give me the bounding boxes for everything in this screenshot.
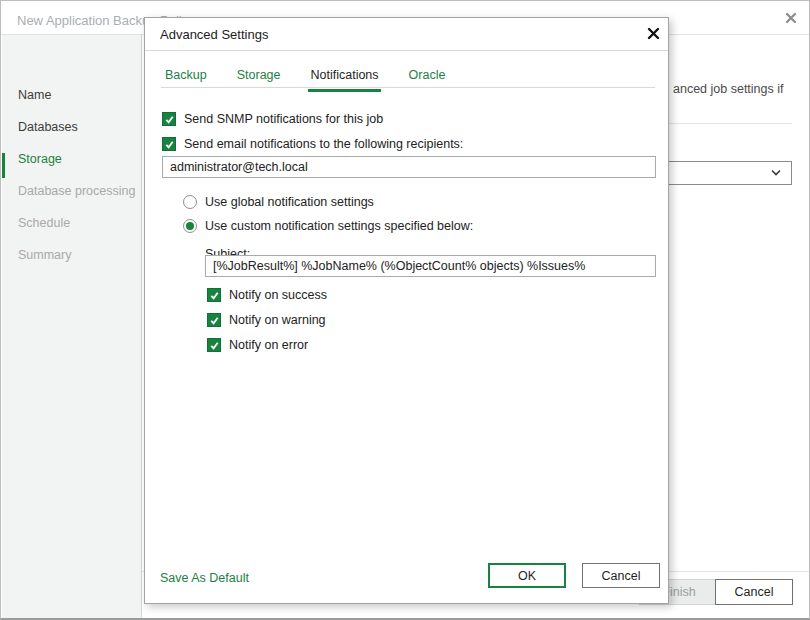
radio-selected-icon: [183, 219, 197, 233]
dialog-cancel-button[interactable]: Cancel: [582, 563, 660, 588]
sidebar-item-schedule[interactable]: Schedule: [2, 211, 141, 235]
save-as-default-link[interactable]: Save As Default: [160, 571, 249, 585]
wizard-cancel-button[interactable]: Cancel: [715, 579, 793, 605]
dialog-title-divider: [145, 50, 668, 51]
tab-storage[interactable]: Storage: [235, 68, 283, 92]
dialog-title: Advanced Settings: [160, 27, 268, 42]
checkbox-checked-icon: [207, 288, 221, 302]
sidebar-item-database-processing[interactable]: Database processing: [2, 179, 141, 203]
dialog-tabs: Backup Storage Notifications Oracle: [163, 68, 447, 92]
snmp-notifications-checkbox[interactable]: Send SNMP notifications for this job: [162, 112, 383, 126]
notify-error-label: Notify on error: [229, 338, 308, 352]
subject-input[interactable]: [205, 255, 656, 277]
page-description-fragment: anced job settings if: [673, 82, 784, 96]
radio-custom-settings[interactable]: Use custom notification settings specifi…: [183, 219, 473, 233]
checkbox-checked-icon: [162, 137, 176, 151]
tab-backup[interactable]: Backup: [163, 68, 209, 92]
sidebar-item-databases[interactable]: Databases: [2, 115, 141, 139]
radio-global-settings[interactable]: Use global notification settings: [183, 195, 374, 209]
notify-warning-label: Notify on warning: [229, 313, 326, 327]
checkbox-checked-icon: [207, 338, 221, 352]
tab-notifications[interactable]: Notifications: [308, 68, 380, 92]
app-window: New Application Backup Policy Name Datab…: [0, 0, 810, 620]
notify-on-warning-checkbox[interactable]: Notify on warning: [207, 313, 326, 327]
radio-unselected-icon: [183, 195, 197, 209]
ok-button[interactable]: OK: [488, 563, 566, 588]
window-close-icon[interactable]: [783, 10, 799, 26]
chevron-down-icon: [770, 169, 782, 177]
radio-global-label: Use global notification settings: [205, 195, 374, 209]
sidebar-item-storage[interactable]: Storage: [2, 147, 141, 171]
radio-custom-label: Use custom notification settings specifi…: [205, 219, 473, 233]
checkbox-checked-icon: [162, 112, 176, 126]
dialog-close-icon[interactable]: [645, 25, 662, 42]
email-recipients-input[interactable]: [162, 156, 656, 178]
snmp-checkbox-label: Send SNMP notifications for this job: [184, 112, 383, 126]
email-checkbox-label: Send email notifications to the followin…: [184, 137, 463, 151]
wizard-steps-sidebar: Name Databases Storage Database processi…: [2, 35, 142, 619]
notify-success-label: Notify on success: [229, 288, 327, 302]
email-notifications-checkbox[interactable]: Send email notifications to the followin…: [162, 137, 463, 151]
checkbox-checked-icon: [207, 313, 221, 327]
notify-on-error-checkbox[interactable]: Notify on error: [207, 338, 308, 352]
sidebar-item-name[interactable]: Name: [2, 83, 141, 107]
advanced-settings-dialog: Advanced Settings Backup Storage Notific…: [144, 17, 669, 604]
notify-on-success-checkbox[interactable]: Notify on success: [207, 288, 327, 302]
sidebar-item-summary[interactable]: Summary: [2, 243, 141, 267]
tab-oracle[interactable]: Oracle: [407, 68, 448, 92]
